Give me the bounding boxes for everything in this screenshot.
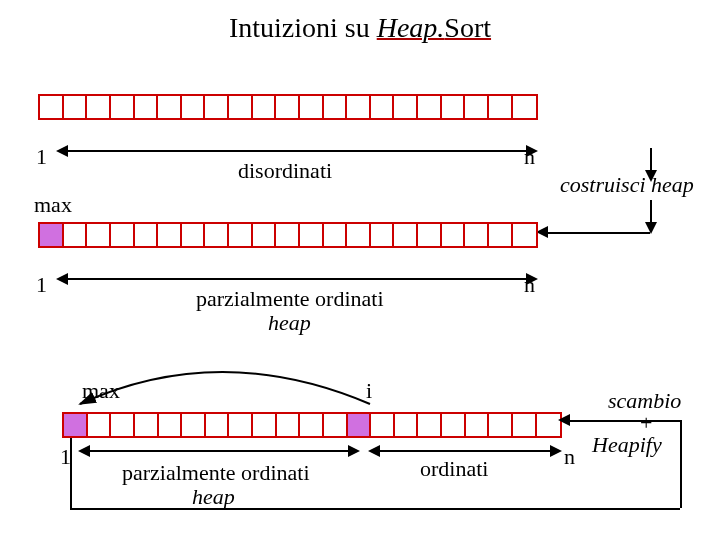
- page-title: Intuizioni su Heap.Sort: [0, 12, 720, 44]
- array-iteration: [62, 412, 562, 438]
- array-unsorted: [38, 94, 538, 120]
- array-cell: [182, 414, 206, 436]
- array-cell: [300, 224, 324, 246]
- array-cell: [513, 414, 537, 436]
- overlay-svg: [0, 0, 720, 540]
- array-cell: [300, 96, 324, 118]
- array-cell: [64, 414, 88, 436]
- label-n-a3: n: [564, 444, 575, 470]
- title-suffix: Sort: [444, 12, 491, 43]
- array-cell: [135, 414, 159, 436]
- label-parz-a3: parzialmente ordinati: [122, 460, 310, 486]
- array-cell: [64, 96, 88, 118]
- label-parz-a2: parzialmente ordinati: [196, 286, 384, 312]
- array-cell: [40, 224, 64, 246]
- array-cell: [277, 414, 301, 436]
- array-cell: [40, 96, 64, 118]
- array-cell: [347, 224, 371, 246]
- array-cell: [111, 96, 135, 118]
- array-cell: [276, 224, 300, 246]
- array-cell: [229, 96, 253, 118]
- array-cell: [229, 414, 253, 436]
- array-cell: [513, 96, 537, 118]
- array-cell: [253, 414, 277, 436]
- array-cell: [394, 224, 418, 246]
- build-arrow-horiz: [540, 232, 650, 234]
- swap-arc: [80, 372, 370, 404]
- label-one-a2: 1: [36, 272, 47, 298]
- label-heap-a3: heap: [192, 484, 235, 510]
- loop-top: [562, 420, 680, 422]
- array-cell: [513, 224, 537, 246]
- array-cell: [205, 224, 229, 246]
- array-cell: [348, 414, 372, 436]
- title-em: Heap.: [377, 12, 445, 43]
- array-cell: [182, 224, 206, 246]
- array-heap: [38, 222, 538, 248]
- loop-down: [70, 438, 72, 508]
- label-disordinati: disordinati: [238, 158, 332, 184]
- array-cell: [135, 96, 159, 118]
- build-arrow-bottom: [650, 200, 652, 232]
- array-cell: [418, 224, 442, 246]
- title-prefix: Intuizioni su: [229, 12, 377, 43]
- array-cell: [276, 96, 300, 118]
- array-cell: [418, 96, 442, 118]
- label-costruisci: costruisci heap: [560, 172, 694, 198]
- array-cell: [371, 96, 395, 118]
- array-cell: [88, 414, 112, 436]
- array-cell: [489, 224, 513, 246]
- array-cell: [64, 224, 88, 246]
- label-max-a2: max: [34, 192, 72, 218]
- array-cell: [87, 96, 111, 118]
- loop-bottom: [70, 508, 680, 510]
- array-cell: [324, 414, 348, 436]
- array-cell: [489, 96, 513, 118]
- array-cell: [158, 96, 182, 118]
- label-max-a3: max: [82, 378, 120, 404]
- array-cell: [394, 96, 418, 118]
- array-cell: [206, 414, 230, 436]
- array-cell: [371, 224, 395, 246]
- array-cell: [442, 414, 466, 436]
- diagram-stage: Intuizioni su Heap.Sort 1 n disordinati …: [0, 0, 720, 540]
- loop-arrow-head: [558, 414, 570, 426]
- array-cell: [111, 224, 135, 246]
- array-cell: [182, 96, 206, 118]
- array-cell: [87, 224, 111, 246]
- array-cell: [442, 224, 466, 246]
- array-cell: [229, 224, 253, 246]
- array-cell: [324, 96, 348, 118]
- label-one-a1: 1: [36, 144, 47, 170]
- range-arrow-a1: [58, 150, 536, 152]
- array-cell: [418, 414, 442, 436]
- array-cell: [158, 224, 182, 246]
- array-cell: [300, 414, 324, 436]
- array-cell: [465, 96, 489, 118]
- label-i: i: [366, 378, 372, 404]
- array-cell: [489, 414, 513, 436]
- array-cell: [253, 96, 277, 118]
- range-arrow-a3-left: [80, 450, 358, 452]
- array-cell: [205, 96, 229, 118]
- array-cell: [465, 224, 489, 246]
- label-heapify: Heapify: [592, 432, 662, 458]
- array-cell: [135, 224, 159, 246]
- array-cell: [442, 96, 466, 118]
- range-arrow-a3-right: [370, 450, 560, 452]
- label-ordinati: ordinati: [420, 456, 488, 482]
- array-cell: [395, 414, 419, 436]
- array-cell: [324, 224, 348, 246]
- label-heap-a2: heap: [268, 310, 311, 336]
- loop-up: [680, 420, 682, 508]
- array-cell: [111, 414, 135, 436]
- array-cell: [347, 96, 371, 118]
- array-cell: [537, 414, 561, 436]
- array-cell: [253, 224, 277, 246]
- array-cell: [159, 414, 183, 436]
- array-cell: [466, 414, 490, 436]
- range-arrow-a2: [58, 278, 536, 280]
- array-cell: [371, 414, 395, 436]
